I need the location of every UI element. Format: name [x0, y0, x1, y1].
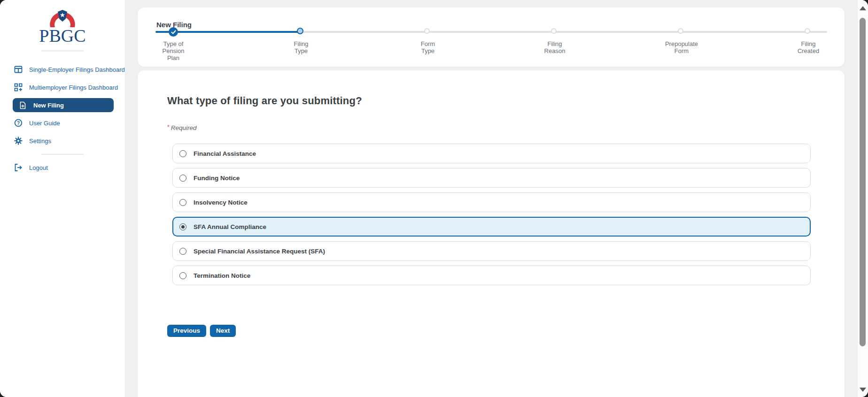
single-employer-dashboard-icon: [14, 65, 23, 74]
stepper-line-pending: [301, 31, 827, 33]
step-pending-icon: [551, 28, 557, 34]
logo-divider: [41, 51, 84, 51]
sidebar-item-label: User Guide: [29, 120, 60, 127]
previous-button[interactable]: Previous: [167, 325, 206, 337]
sidebar-item-user-guide[interactable]: ? User Guide: [0, 114, 125, 132]
step-complete-icon: [169, 27, 178, 37]
sidebar-item-label: Settings: [29, 137, 51, 145]
option-funding-notice[interactable]: Funding Notice: [172, 168, 811, 188]
radio-unchecked-icon: [179, 272, 186, 279]
radio-unchecked-icon: [179, 248, 186, 255]
multiemployer-dashboard-icon: [14, 83, 23, 92]
radio-unchecked-icon: [179, 199, 186, 206]
stepper-rail: Type of Pension Plan Filing Type Form Ty…: [155, 28, 827, 61]
sidebar-item-multiemployer-dashboard[interactable]: Multiemployer Filings Dashboard: [0, 78, 125, 96]
sidebar-divider: [41, 154, 84, 154]
step-label: Prepopulate Form: [653, 40, 710, 54]
sidebar-item-label: Logout: [29, 164, 48, 171]
app-window: PBGC Single-Employer Filings Dashboard: [0, 0, 868, 397]
file-plus-icon: [18, 101, 27, 109]
sidebar-item-single-employer-dashboard[interactable]: Single-Employer Filings Dashboard: [0, 61, 125, 78]
radio-unchecked-icon: [179, 150, 186, 157]
step-label: Filing Created: [780, 40, 837, 54]
radio-checked-icon: [179, 223, 186, 230]
step-pending-icon: [805, 28, 810, 34]
next-button[interactable]: Next: [210, 325, 236, 337]
sidebar-item-label: New Filing: [33, 102, 64, 109]
sidebar-item-label: Multiemployer Filings Dashboard: [29, 84, 118, 91]
option-special-financial-assistance-request[interactable]: Special Financial Assistance Request (SF…: [172, 241, 811, 261]
step-pending-icon: [424, 28, 430, 34]
step-label: Filing Reason: [527, 40, 583, 54]
svg-text:?: ?: [17, 121, 20, 126]
required-asterisk: *: [167, 124, 170, 130]
sidebar-item-settings[interactable]: Settings: [0, 132, 125, 150]
vertical-scrollbar[interactable]: [857, 0, 868, 397]
option-label: SFA Annual Compliance: [194, 223, 266, 230]
sidebar-nav: Single-Employer Filings Dashboard Multie…: [0, 61, 125, 176]
pbgc-logo-text: PBGC: [0, 28, 125, 43]
sidebar-item-label: Single-Employer Filings Dashboard: [29, 66, 125, 73]
logout-icon: [14, 163, 23, 172]
option-label: Insolvency Notice: [194, 199, 248, 206]
option-label: Financial Assistance: [194, 150, 256, 157]
option-sfa-annual-compliance[interactable]: SFA Annual Compliance: [172, 217, 811, 237]
required-label: Required: [171, 124, 197, 131]
step-label: Filing Type: [273, 40, 329, 54]
page-title: What type of filing are you submitting?: [167, 95, 815, 107]
gear-icon: [14, 137, 23, 145]
filing-type-card: What type of filing are you submitting? …: [138, 70, 845, 397]
step-label: Type of Pension Plan: [145, 40, 202, 61]
option-insolvency-notice[interactable]: Insolvency Notice: [172, 192, 811, 212]
step-pending-icon: [678, 28, 683, 34]
scroll-up-arrow-icon[interactable]: [860, 6, 866, 10]
option-label: Funding Notice: [194, 175, 240, 182]
pbgc-logo: PBGC: [0, 0, 125, 43]
step-label: Form Type: [400, 40, 456, 54]
sidebar: PBGC Single-Employer Filings Dashboard: [0, 0, 125, 397]
stepper-card: New Filing Type of Pension Plan Filing T…: [138, 8, 845, 67]
option-termination-notice[interactable]: Termination Notice: [172, 266, 811, 285]
scrollbar-thumb[interactable]: [860, 18, 866, 346]
option-label: Termination Notice: [194, 272, 250, 279]
option-financial-assistance[interactable]: Financial Assistance: [172, 144, 811, 163]
step-current-icon: [297, 28, 303, 34]
radio-unchecked-icon: [179, 175, 186, 182]
wizard-buttons: Previous Next: [167, 325, 815, 337]
pbgc-arch-star-icon: [48, 9, 77, 28]
required-note: *Required: [167, 124, 815, 131]
content-area: New Filing Type of Pension Plan Filing T…: [126, 0, 857, 397]
sidebar-item-logout[interactable]: Logout: [0, 159, 125, 176]
scroll-down-arrow-icon[interactable]: [860, 388, 866, 392]
filing-type-options: Financial Assistance Funding Notice Inso…: [167, 144, 815, 285]
option-label: Special Financial Assistance Request (SF…: [194, 248, 325, 255]
sidebar-item-new-filing[interactable]: New Filing: [13, 98, 114, 112]
question-circle-icon: ?: [14, 119, 23, 127]
